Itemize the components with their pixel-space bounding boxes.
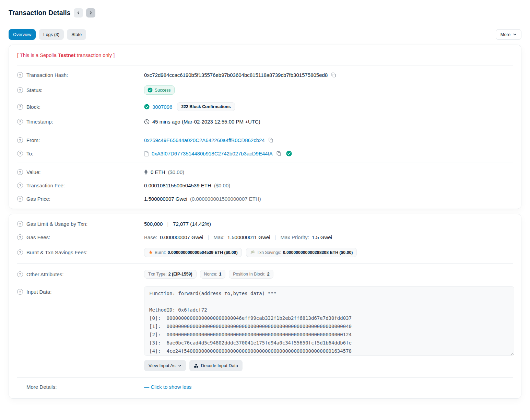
- tab-logs[interactable]: Logs (3): [39, 29, 64, 40]
- help-icon[interactable]: ?: [17, 271, 23, 277]
- gas-limit-label: Gas Limit & Usage by Txn:: [26, 221, 87, 227]
- decode-input-data-button[interactable]: Decode Input Data: [189, 360, 243, 371]
- value-row: ? Value: 0 ETH ($0.00): [17, 165, 513, 179]
- to-label: To:: [26, 151, 33, 156]
- copy-icon: [268, 138, 273, 143]
- help-icon[interactable]: ?: [17, 151, 23, 156]
- input-data-textarea[interactable]: Function: forward(address to,bytes data)…: [144, 286, 514, 356]
- help-icon[interactable]: ?: [17, 234, 23, 240]
- more-label: More: [500, 32, 510, 37]
- transaction-details-page: Transaction Details Overview Logs (3) St…: [0, 0, 530, 399]
- max-priority-label: Max Priority:: [280, 234, 309, 240]
- separator: |: [165, 221, 170, 227]
- help-icon[interactable]: ?: [17, 289, 23, 295]
- tx-hash-label: Transaction Hash:: [26, 72, 68, 78]
- gas-price-row: ? Gas Price: 1.500000007 Gwei (0.0000000…: [17, 192, 513, 206]
- divider: [17, 131, 513, 131]
- divider: [17, 377, 513, 378]
- nonce-badge: Nonce: 1: [200, 270, 226, 279]
- warning-prefix: [ This is a Sepolia: [17, 52, 58, 58]
- warning-bold: Testnet: [58, 52, 75, 58]
- status-row: ? Status: Success: [17, 82, 513, 98]
- value-amount: 0 ETH: [151, 169, 165, 175]
- next-transaction-button[interactable]: [86, 8, 95, 18]
- copy-tx-hash-button[interactable]: [330, 72, 337, 78]
- copy-to-address-button[interactable]: [275, 151, 282, 156]
- copy-from-address-button[interactable]: [268, 138, 274, 143]
- to-address-link[interactable]: 0xA3f07D6773514480b918C2742b027b3acD9E44…: [152, 151, 273, 156]
- show-less-link[interactable]: — Click to show less: [144, 384, 191, 390]
- tx-hash-value: 0xc72d984ccac6190b5f135576eb97b03604bc81…: [144, 72, 328, 78]
- decode-input-data-label: Decode Input Data: [201, 363, 238, 368]
- burnt-savings-row: ? Burnt & Txn Savings Fees: Burnt: 0.000…: [17, 244, 513, 261]
- from-row: ? From: 0x259c49E65644a020C2A642260a4ffB…: [17, 133, 513, 147]
- gas-fees-label: Gas Fees:: [26, 234, 50, 240]
- base-fee-value: 0.000000007 Gwei: [160, 234, 203, 240]
- view-input-as-button[interactable]: View Input As: [144, 360, 186, 371]
- status-label: Status:: [26, 87, 43, 93]
- gas-price-label: Gas Price:: [26, 196, 50, 202]
- nonce-label: Nonce:: [204, 272, 217, 277]
- help-icon[interactable]: ?: [17, 104, 23, 110]
- txn-type-label: Txn Type:: [148, 272, 167, 277]
- more-dropdown-button[interactable]: More: [496, 29, 521, 40]
- from-address-link[interactable]: 0x259c49E65644a020C2A642260a4ffB0CD862cb…: [144, 137, 265, 143]
- burnt-value: 0.000000000000504539 ETH ($0.00): [168, 250, 238, 255]
- divider: [17, 263, 513, 264]
- txn-savings-label: Txn Savings:: [257, 250, 281, 255]
- check-circle-icon: [144, 104, 150, 109]
- help-icon[interactable]: ?: [17, 72, 23, 78]
- block-row: ? Block: 3007096 222 Block Confirmations: [17, 98, 513, 115]
- input-data-label: Input Data:: [26, 289, 51, 295]
- transaction-fee-row: ? Transaction Fee: 0.000108115500504539 …: [17, 179, 513, 192]
- contract-file-icon: [144, 151, 149, 156]
- testnet-warning: [ This is a Sepolia Testnet transaction …: [17, 48, 513, 63]
- help-icon[interactable]: ?: [17, 249, 23, 255]
- tx-hash-row: ? Transaction Hash: 0xc72d984ccac6190b5f…: [17, 68, 513, 82]
- tab-overview[interactable]: Overview: [9, 29, 36, 40]
- chevron-left-icon: [76, 11, 81, 15]
- input-data-row: ? Input Data: Function: forward(address …: [17, 282, 513, 375]
- chevron-down-icon: [178, 364, 181, 368]
- gas-fees-row: ? Gas Fees: Base: 0.000000007 Gwei | Max…: [17, 231, 513, 244]
- previous-transaction-button[interactable]: [74, 8, 83, 18]
- position-in-block-badge: Position In Block: 2: [229, 270, 273, 279]
- more-details-label: More Details:: [26, 384, 57, 390]
- txn-type-value: 2 (EIP-1559): [168, 272, 192, 277]
- details-card: ? Gas Limit & Usage by Txn: 500,000 | 72…: [9, 214, 521, 399]
- tab-bar: Overview Logs (3) State More: [9, 29, 521, 40]
- tab-state[interactable]: State: [67, 29, 86, 40]
- decode-boxes-icon: [194, 363, 199, 368]
- position-in-block-label: Position In Block:: [233, 272, 265, 277]
- copy-icon: [331, 72, 336, 78]
- separator: |: [273, 234, 278, 240]
- help-icon[interactable]: ?: [17, 221, 23, 227]
- page-header: Transaction Details: [9, 3, 521, 23]
- block-confirmations-badge: 222 Block Confirmations: [177, 102, 235, 111]
- transaction-fee-usd: ($0.00): [214, 183, 231, 188]
- help-icon[interactable]: ?: [17, 87, 23, 93]
- help-icon[interactable]: ?: [17, 119, 23, 125]
- block-number-link[interactable]: 3007096: [152, 104, 172, 110]
- page-title: Transaction Details: [9, 9, 71, 17]
- help-icon[interactable]: ?: [17, 183, 23, 188]
- txn-savings-value: 0.000000000000288308 ETH ($0.00): [283, 250, 353, 255]
- value-usd: ($0.00): [168, 169, 185, 175]
- gas-limit-value: 500,000: [144, 221, 163, 227]
- help-icon[interactable]: ?: [17, 169, 23, 175]
- base-fee-label: Base:: [144, 234, 157, 240]
- to-row: ? To: 0xA3f07D6773514480b918C2742b027b3a…: [17, 147, 513, 160]
- chevron-right-icon: [89, 11, 93, 15]
- max-priority-value: 1.5 Gwei: [312, 234, 332, 240]
- help-icon[interactable]: ?: [17, 137, 23, 143]
- block-label: Block:: [26, 104, 40, 110]
- other-attributes-row: ? Other Attributes: Txn Type: 2 (EIP-155…: [17, 266, 513, 282]
- nonce-value: 1: [219, 272, 221, 277]
- help-icon[interactable]: ?: [17, 196, 23, 202]
- money-with-wings-icon: [250, 250, 255, 255]
- separator: |: [206, 234, 211, 240]
- position-in-block-value: 2: [267, 272, 270, 277]
- max-fee-label: Max:: [213, 234, 225, 240]
- timestamp-row: ? Timestamp: 45 mins ago (Mar-02-2023 12…: [17, 115, 513, 128]
- divider: [17, 163, 513, 163]
